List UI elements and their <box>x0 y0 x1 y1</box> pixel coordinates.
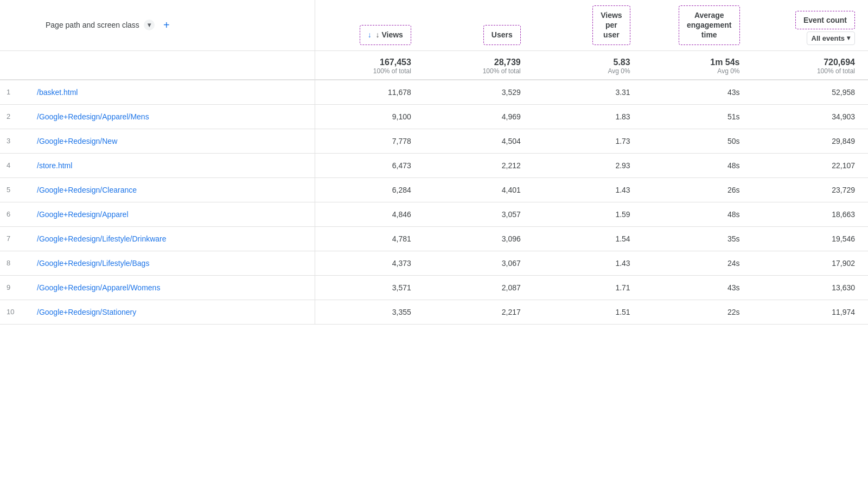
row-rank: 1 <box>0 80 33 105</box>
path-link[interactable]: /Google+Redesign/Lifestyle/Drinkware <box>37 234 167 243</box>
row-views: 4,781 <box>315 226 424 251</box>
row-rank: 8 <box>0 251 33 275</box>
row-path: /Google+Redesign/Lifestyle/Bags <box>33 251 315 275</box>
path-link[interactable]: /store.html <box>37 161 72 170</box>
row-rank: 4 <box>0 153 33 177</box>
chevron-down-icon: ▾ <box>847 34 850 42</box>
row-path: /Google+Redesign/Apparel <box>33 202 315 226</box>
row-avg-engagement: 26s <box>643 177 753 202</box>
table-row: 3 /Google+Redesign/New 7,778 4,504 1.73 … <box>0 129 868 153</box>
row-avg-engagement: 43s <box>643 80 753 105</box>
row-avg-engagement: 51s <box>643 104 753 129</box>
totals-event-count-cell: 720,694 100% of total <box>753 50 869 80</box>
row-views-per-user: 1.71 <box>534 275 643 300</box>
totals-views-value: 167,453 <box>322 58 411 67</box>
row-event-count: 23,729 <box>753 177 869 202</box>
avg-engagement-header: Averageengagementtime <box>643 0 753 50</box>
users-sort-button[interactable]: Users <box>483 25 521 45</box>
analytics-table: Page path and screen class ▾ + ↓ ↓ Views… <box>0 0 868 325</box>
row-users: 2,212 <box>424 153 534 177</box>
row-event-count: 17,902 <box>753 251 869 275</box>
row-views: 9,100 <box>315 104 424 129</box>
row-views: 11,678 <box>315 80 424 105</box>
table-row: 5 /Google+Redesign/Clearance 6,284 4,401… <box>0 177 868 202</box>
users-header: Users <box>424 0 534 50</box>
path-link[interactable]: /Google+Redesign/Stationery <box>37 308 136 316</box>
row-users: 4,969 <box>424 104 534 129</box>
row-users: 3,096 <box>424 226 534 251</box>
row-views-per-user: 1.43 <box>534 251 643 275</box>
totals-views-cell: 167,453 100% of total <box>315 50 424 80</box>
table-row: 1 /basket.html 11,678 3,529 3.31 43s 52,… <box>0 80 868 105</box>
table-row: 4 /store.html 6,473 2,212 2.93 48s 22,10… <box>0 153 868 177</box>
row-avg-engagement: 48s <box>643 202 753 226</box>
row-views: 4,373 <box>315 251 424 275</box>
dimension-label: Page path and screen class <box>46 21 139 29</box>
table-row: 10 /Google+Redesign/Stationery 3,355 2,2… <box>0 300 868 324</box>
row-views: 7,778 <box>315 129 424 153</box>
row-views: 6,473 <box>315 153 424 177</box>
path-link[interactable]: /Google+Redesign/Clearance <box>37 186 137 194</box>
totals-row: 167,453 100% of total 28,739 100% of tot… <box>0 50 868 80</box>
row-views-per-user: 1.59 <box>534 202 643 226</box>
row-users: 2,217 <box>424 300 534 324</box>
row-views-per-user: 1.73 <box>534 129 643 153</box>
row-avg-engagement: 48s <box>643 153 753 177</box>
table-row: 2 /Google+Redesign/Apparel/Mens 9,100 4,… <box>0 104 868 129</box>
row-event-count: 19,546 <box>753 226 869 251</box>
path-link[interactable]: /Google+Redesign/New <box>37 137 117 145</box>
row-users: 3,057 <box>424 202 534 226</box>
row-path: /Google+Redesign/New <box>33 129 315 153</box>
path-link[interactable]: /Google+Redesign/Apparel <box>37 210 129 219</box>
avg-engagement-sort-button[interactable]: Averageengagementtime <box>679 5 739 45</box>
event-count-sort-button[interactable]: Event count <box>795 11 855 29</box>
row-event-count: 22,107 <box>753 153 869 177</box>
add-dimension-button[interactable]: + <box>159 17 174 33</box>
path-link[interactable]: /Google+Redesign/Apparel/Womens <box>37 283 160 292</box>
totals-views-per-user-cell: 5.83 Avg 0% <box>534 50 643 80</box>
row-rank: 10 <box>0 300 33 324</box>
row-event-count: 29,849 <box>753 129 869 153</box>
row-rank: 9 <box>0 275 33 300</box>
totals-views-per-user-value: 5.83 <box>540 58 630 67</box>
row-users: 2,087 <box>424 275 534 300</box>
row-views-per-user: 1.43 <box>534 177 643 202</box>
totals-event-count-sub: 100% of total <box>760 67 856 75</box>
totals-views-sub: 100% of total <box>322 67 411 75</box>
row-avg-engagement: 35s <box>643 226 753 251</box>
totals-rank-cell <box>0 50 33 80</box>
row-avg-engagement: 50s <box>643 129 753 153</box>
dimension-header: Page path and screen class ▾ + <box>33 0 315 50</box>
row-event-count: 11,974 <box>753 300 869 324</box>
totals-views-per-user-sub: Avg 0% <box>540 67 630 75</box>
totals-avg-engagement-cell: 1m 54s Avg 0% <box>643 50 753 80</box>
path-link[interactable]: /Google+Redesign/Apparel/Mens <box>37 112 149 121</box>
views-sort-button[interactable]: ↓ ↓ Views <box>360 25 411 45</box>
row-path: /basket.html <box>33 80 315 105</box>
row-views-per-user: 1.54 <box>534 226 643 251</box>
row-views-per-user: 2.93 <box>534 153 643 177</box>
path-link[interactable]: /Google+Redesign/Lifestyle/Bags <box>37 259 149 268</box>
sort-arrow-icon: ↓ <box>368 30 374 39</box>
row-views-per-user: 1.83 <box>534 104 643 129</box>
row-views: 6,284 <box>315 177 424 202</box>
dimension-dropdown-icon[interactable]: ▾ <box>144 20 155 30</box>
views-header: ↓ ↓ Views <box>315 0 424 50</box>
row-users: 4,504 <box>424 129 534 153</box>
table-row: 9 /Google+Redesign/Apparel/Womens 3,571 … <box>0 275 868 300</box>
row-avg-engagement: 43s <box>643 275 753 300</box>
row-avg-engagement: 22s <box>643 300 753 324</box>
row-event-count: 18,663 <box>753 202 869 226</box>
row-rank: 5 <box>0 177 33 202</box>
table-row: 7 /Google+Redesign/Lifestyle/Drinkware 4… <box>0 226 868 251</box>
row-path: /Google+Redesign/Stationery <box>33 300 315 324</box>
totals-users-cell: 28,739 100% of total <box>424 50 534 80</box>
event-count-dropdown[interactable]: All events ▾ <box>807 31 855 45</box>
path-link[interactable]: /basket.html <box>37 88 78 97</box>
row-users: 3,067 <box>424 251 534 275</box>
totals-users-value: 28,739 <box>431 58 521 67</box>
row-event-count: 13,630 <box>753 275 869 300</box>
totals-dimension-cell <box>33 50 315 80</box>
row-views: 3,355 <box>315 300 424 324</box>
views-per-user-sort-button[interactable]: Viewsperuser <box>592 5 630 45</box>
